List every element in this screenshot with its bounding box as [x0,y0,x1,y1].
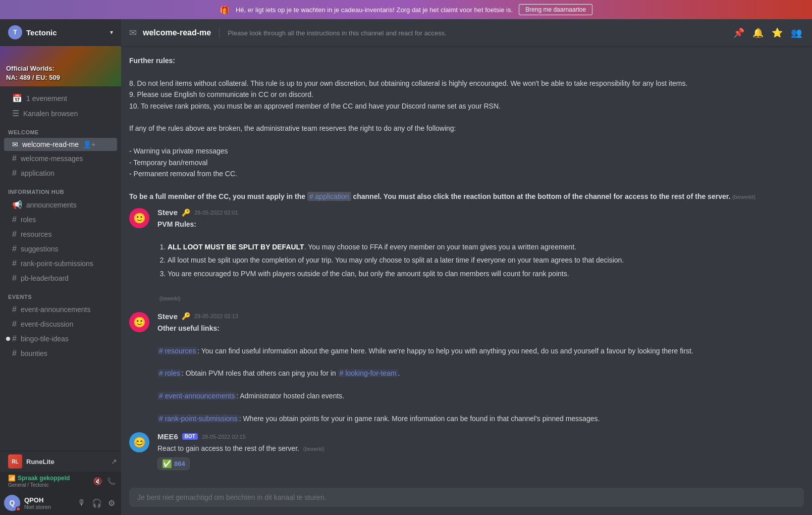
notify-button[interactable]: 🔔 [750,25,766,40]
voice-status: 📶 Spraak gekoppeld [8,475,90,482]
channel-name: welcome-read-me [143,28,211,37]
looking-for-team-link[interactable]: # looking-for-team [338,369,398,377]
sidebar-item-bingo-tile-ideas[interactable]: # bingo-tile-ideas [4,332,117,346]
server-banner-text: Official Worlds: NA: 489 / EU: 509 [6,64,60,82]
sidebar: T Tectonic ▾ Official Worlds: NA: 489 / … [0,19,121,515]
invite-button[interactable]: ⭐ [770,25,785,40]
message-steve-pvm: 🙂 Steve 🔑 28-05-2022 02:01 PVM Rules: AL… [129,208,804,304]
author-mee6: MEE6 [157,432,178,441]
key-icon-2: 🔑 [182,312,190,320]
runelite-panel[interactable]: RL RuneLite ↗ [0,451,121,472]
sidebar-item-welcome-read-me[interactable]: ✉ welcome-read-me 👤+ [4,138,117,151]
notif-action-button[interactable]: Breng me daarnaartoe [519,4,592,15]
sidebar-item-browse[interactable]: ☰ Kanalen browsen [4,106,117,121]
calendar-icon: 📅 [12,93,22,103]
link-roles: # roles: Obtain PVM roles that others ca… [157,368,804,379]
server-header[interactable]: T Tectonic ▾ [0,19,121,46]
sidebar-item-welcome-messages[interactable]: # welcome-messages [4,151,117,166]
rule-9: 9. Please use English to communicate in … [129,89,804,100]
server-banner: Official Worlds: NA: 489 / EU: 509 [0,46,121,86]
sidebar-item-suggestions[interactable]: # suggestions [4,242,117,256]
penalty-1: - Warning via private messages [129,145,804,157]
author-steve-1: Steve [157,208,178,217]
sidebar-item-event[interactable]: 📅 1 evenement [4,91,117,106]
rule-8: 8. Do not lend items without collateral.… [129,78,804,89]
input-placeholder: Je bent niet gemachtigd om berichten in … [137,493,326,501]
sidebar-item-rank-point-submissions[interactable]: # rank-point-submissions [4,256,117,271]
hash-icon: # [12,334,17,343]
pvm-rule-2: All loot must be split upon the completi… [168,254,804,266]
resources-link[interactable]: # resources [157,347,197,355]
message-text-steve-1: PVM Rules: ALL LOOT MUST BE SPLIT BY DEF… [157,219,804,304]
bot-badge: BOT [182,433,198,440]
rules-section: Further rules: 8. Do not lend items with… [129,55,804,202]
hash-icon: # [12,320,17,329]
application-channel-link[interactable]: # application [307,192,351,201]
link-resources: # resources: You can find useful informa… [157,345,804,356]
user-name: QPOH [24,496,72,504]
channel-header: ✉ welcome-read-me Please look through al… [121,19,812,47]
runelite-icon: RL [8,454,22,469]
mute-mic-button[interactable]: 🎙 [76,496,88,510]
hash-icon: # [12,244,17,253]
list-icon: ☰ [12,109,19,118]
sidebar-item-event-announcements[interactable]: # event-announcements [4,302,117,317]
mail-icon: ✉ [12,140,18,148]
main-content: ✉ welcome-read-me Please look through al… [121,19,812,515]
server-name: Tectonic [26,28,57,37]
pvm-rule-3: You are encouraged to PVM with players o… [168,268,804,279]
reaction-button[interactable]: ✅ 864 [157,457,190,470]
hash-icon: # [12,305,17,314]
member-rule: To be a full member of the CC, you must … [129,191,804,202]
sidebar-item-announcements[interactable]: 📢 announcements [4,197,117,212]
msg-time-steve-2: 28-05-2022 02:13 [194,313,238,319]
hash-icon: # [12,169,17,178]
runelite-name: RuneLite [26,458,107,466]
chevron-down-icon: ▾ [110,29,113,36]
sidebar-item-roles[interactable]: # roles [4,213,117,227]
members-button[interactable]: 👥 [789,25,804,40]
disconnect-button[interactable]: 📞 [105,476,117,487]
megaphone-icon: 📢 [12,200,22,210]
mee6-avatar: 😊 [129,432,149,452]
message-text-mee6: React to gain access to the rest of the … [157,443,804,454]
signal-icon: 📶 [8,475,16,482]
messages-area: Further rules: 8. Do not lend items with… [121,47,812,484]
add-member-icon[interactable]: 👤+ [83,140,95,148]
steve-avatar-1: 🙂 [129,208,149,228]
author-steve-2: Steve [157,312,178,321]
deafen-button[interactable]: 🎧 [90,496,104,510]
roles-link[interactable]: # roles [157,369,182,377]
user-avatar: Q [4,495,20,511]
user-status-dot [16,506,21,511]
sidebar-item-event-discussion[interactable]: # event-discussion [4,317,117,331]
user-panel: Q QPOH Niet storen 🎙 🎧 ⚙ [0,491,121,515]
mute-button[interactable]: 🔇 [92,476,103,487]
steve-avatar-2: 🙂 [129,312,149,332]
gift-icon: 🎁 [220,5,230,15]
sidebar-item-resources[interactable]: # resources [4,227,117,241]
msg-time-mee6: 28-05-2022 02:15 [202,434,246,440]
sidebar-item-pb-leaderboard[interactable]: # pb-leaderboard [4,271,117,285]
link-rank-point-submissions: # rank-point-submissions: Where you obta… [157,413,804,424]
hash-icon: # [12,349,17,358]
event-announcements-link[interactable]: # event-announcements [157,392,236,400]
settings-button[interactable]: ⚙ [106,496,117,510]
hash-icon: # [12,230,17,239]
sidebar-item-application[interactable]: # application [4,166,117,180]
voice-channel-info: General / Tectonic [8,482,90,488]
msg-edited-mee6: (bewerkt) [303,446,324,452]
rank-point-submissions-link[interactable]: # rank-point-submissions [157,415,239,423]
pin-button[interactable]: 📌 [731,25,746,40]
sidebar-item-bounties[interactable]: # bounties [4,346,117,360]
notification-bar: 🎁 Hé, er ligt iets op je te wachten in j… [0,0,812,19]
reaction-emoji: ✅ [162,459,172,469]
penalty-3: - Permanent removal from the CC. [129,168,804,179]
penalty-intro: If any of the rules above are broken, th… [129,123,804,134]
user-status-label: Niet storen [24,504,72,510]
links-header: Other useful links: [157,324,220,332]
rule-10: 10. To receive rank points, you must be … [129,100,804,112]
msg-time-steve-1: 28-05-2022 02:01 [194,210,238,216]
member-rule-edited: (bewerkt) [732,194,755,200]
unread-indicator [6,337,10,341]
